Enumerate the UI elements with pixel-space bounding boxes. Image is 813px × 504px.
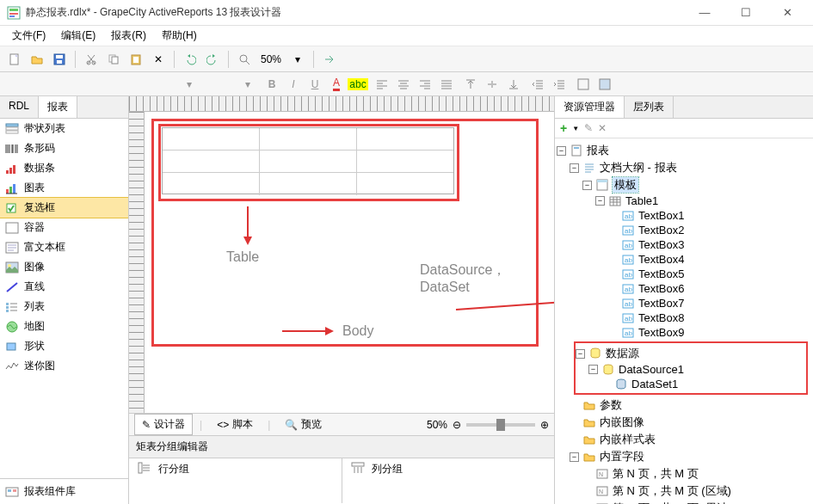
table-control[interactable] [162,127,454,194]
align-left-button[interactable] [373,75,391,94]
indent-increase-button[interactable] [550,75,569,94]
component-library[interactable]: 报表组件库 [0,478,128,504]
valign-middle-button[interactable] [483,75,502,94]
remove-button[interactable]: ✕ [598,122,607,134]
expand-icon[interactable]: − [582,181,592,190]
copy-button[interactable] [104,50,123,69]
indent-decrease-button[interactable] [528,75,547,94]
align-center-button[interactable] [394,75,413,94]
fill-button[interactable] [595,75,614,94]
zoom-in-button[interactable]: ⊕ [540,419,549,431]
minimize-button[interactable]: — [686,1,724,25]
italic-button[interactable]: I [284,75,303,94]
toolbox-item[interactable]: 地图 [0,317,128,336]
zoom-slider[interactable] [466,423,535,427]
tab-designer[interactable]: ✎设计器 [134,414,193,435]
expand-icon[interactable]: − [557,146,566,156]
tree-textbox[interactable]: abTextBox1 [557,208,811,223]
toolbox-item[interactable]: 复选框 [0,198,128,218]
tree-datasource[interactable]: −DataSource1 [576,362,806,377]
tree-textbox[interactable]: abTextBox5 [557,267,811,281]
toolbox-item[interactable]: 形状 [0,336,128,356]
tree-field[interactable]: N第 N 页，共 M 页 [557,465,811,482]
align-right-button[interactable] [416,75,434,94]
tree-field[interactable]: N第 N 页，共 M 页 (区域) [557,482,811,500]
add-button[interactable]: + [560,121,567,135]
expand-icon[interactable]: − [588,365,598,374]
tree-textbox[interactable]: abTextBox4 [557,252,811,267]
ruler-horizontal[interactable] [129,96,554,112]
tab-preview[interactable]: 🔍预览 [277,414,330,435]
svg-text:ab: ab [625,329,632,337]
tab-layers[interactable]: 层列表 [625,96,674,118]
tab-rdl[interactable]: RDL [0,96,39,118]
border-button[interactable] [574,75,593,94]
ruler-vertical[interactable] [129,112,145,413]
valign-top-button[interactable] [461,75,480,94]
toolbox-item[interactable]: 带状列表 [0,119,128,138]
tree-builtin-fields[interactable]: −内置字段 [557,448,811,465]
menu-report[interactable]: 报表(R) [104,26,153,46]
tab-script[interactable]: <>脚本 [209,414,261,435]
expand-icon[interactable]: − [576,349,585,359]
menu-edit[interactable]: 编辑(E) [54,26,102,46]
toolbox-item[interactable]: 图表 [0,178,128,198]
toolbox-item[interactable]: 容器 [0,218,128,237]
new-button[interactable] [5,50,24,69]
close-button[interactable]: ✕ [768,1,806,25]
tree-textbox[interactable]: abTextBox2 [557,223,811,237]
edit-button[interactable]: ✎ [584,122,593,134]
underline-button[interactable]: U [305,75,324,94]
save-button[interactable] [50,50,69,69]
font-color-button[interactable]: A [327,75,346,94]
explorer-tree[interactable]: −报表−文档大纲 - 报表−模板−Table1abTextBox1abTextB… [555,138,813,504]
tab-explorer[interactable]: 资源管理器 [555,96,625,118]
tree-textbox[interactable]: abTextBox9 [557,325,811,340]
maximize-button[interactable]: ☐ [727,1,765,25]
toolbox-item[interactable]: 迷你图 [0,356,128,376]
toolbox-item[interactable]: 富文本框 [0,237,128,257]
goto-button[interactable] [320,50,339,69]
valign-bottom-button[interactable] [504,75,523,94]
toolbox-item[interactable]: 列表 [0,297,128,317]
tree-root[interactable]: −报表 [557,142,811,159]
expand-icon[interactable]: − [570,163,579,173]
size-dropdown[interactable]: ▾ [238,75,257,94]
font-dropdown[interactable]: ▾ [180,75,199,94]
menu-help[interactable]: 帮助(H) [155,26,204,46]
expand-icon[interactable]: − [595,196,605,206]
zoom-dropdown[interactable]: ▾ [288,50,307,69]
tree-dataset[interactable]: DataSet1 [576,377,806,391]
paste-button[interactable] [126,50,145,69]
redo-button[interactable] [203,50,222,69]
toolbox-item[interactable]: 数据条 [0,158,128,178]
undo-button[interactable] [181,50,200,69]
open-button[interactable] [28,50,46,69]
tree-template[interactable]: −模板 [557,176,811,194]
tree-textbox[interactable]: abTextBox3 [557,237,811,252]
delete-button[interactable]: ✕ [149,50,168,69]
expand-icon[interactable]: − [570,452,579,462]
design-canvas[interactable]: Table Body DataSource， DataSet [145,112,554,413]
tree-embed-styles[interactable]: 内嵌样式表 [557,431,811,448]
cut-button[interactable] [82,50,101,69]
zoom-out-button[interactable]: ⊖ [453,419,461,431]
tab-report[interactable]: 报表 [39,96,77,118]
bold-button[interactable]: B [262,75,281,94]
toolbox-item[interactable]: 直线 [0,277,128,297]
tree-field[interactable]: N第 N 页，共 M 页 (累计) [557,500,811,504]
tree-textbox[interactable]: abTextBox6 [557,281,811,296]
tree-params[interactable]: 参数 [557,396,811,414]
tree-outline[interactable]: −文档大纲 - 报表 [557,159,811,176]
menu-file[interactable]: 文件(F) [5,26,52,46]
toolbox-item[interactable]: 图像 [0,257,128,277]
tree-textbox[interactable]: abTextBox8 [557,310,811,325]
tree-table[interactable]: −Table1 [557,194,811,208]
highlight-button[interactable]: abc [348,75,367,94]
tree-embed-images[interactable]: 内嵌图像 [557,414,811,431]
toolbox-item[interactable]: 条形码 [0,138,128,158]
tree-datasource-group[interactable]: −数据源 [576,345,806,362]
align-justify-button[interactable] [437,75,456,94]
tree-textbox[interactable]: abTextBox7 [557,296,811,310]
zoom-button[interactable] [235,50,254,69]
